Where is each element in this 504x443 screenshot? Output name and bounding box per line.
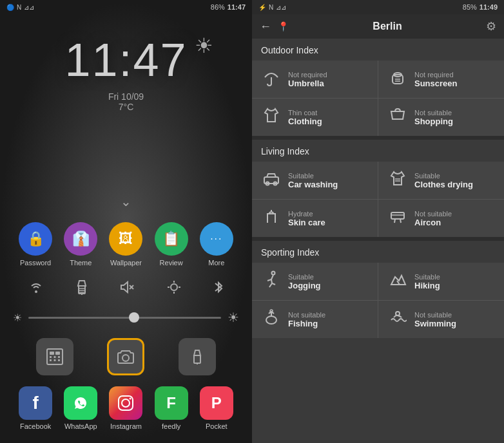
review-app-button[interactable]: 📋 Review (155, 222, 188, 267)
review-icon: 📋 (155, 222, 188, 256)
whatsapp-app-button[interactable]: WhatsApp (64, 386, 97, 430)
review-label: Review (160, 259, 183, 267)
torch-dock-icon[interactable] (179, 338, 216, 375)
brightness-slider[interactable] (28, 317, 221, 319)
brightness-row: ☀ ☀ (0, 305, 252, 330)
feedly-app-button[interactable]: F feedly (155, 386, 188, 430)
skincare-icon (261, 207, 282, 229)
sporting-section-header: Sporting Index (252, 241, 504, 263)
wifi-icon[interactable] (28, 281, 44, 296)
facebook-app-button[interactable]: f Facebook (19, 386, 52, 430)
fishing-status: Not suitable (288, 311, 325, 319)
facebook-label: Facebook (20, 422, 51, 430)
living-index-grid: Suitable Car washing Suitable Clothes dr… (252, 162, 504, 237)
more-app-button[interactable]: ··· More (200, 222, 233, 267)
brightness-low-icon: ☀ (13, 312, 22, 324)
clock-temp: 7°C (0, 102, 252, 112)
aircon-text: Not suitable Aircon (414, 210, 452, 227)
bt-icon: 🔵 (6, 4, 14, 11)
fishing-text: Not suitable Fishing (288, 311, 325, 328)
wallpaper-label: Wallpaper (110, 259, 142, 267)
clothing-status: Thin coat (288, 109, 322, 117)
outdoor-section-header: Outdoor Index (252, 39, 504, 61)
shopping-status: Not suitable (414, 109, 453, 117)
clothes-drying-status: Suitable (414, 172, 473, 180)
hiking-icon (387, 270, 408, 292)
time-left: 11:47 (228, 3, 246, 11)
status-bar-left: 🔵 N ⊿⊿ 86% 11:47 (0, 0, 252, 14)
swimming-icon (387, 308, 408, 330)
skincare-cell: Hydrate Skin care (252, 200, 378, 237)
password-app-button[interactable]: 🔒 Password (19, 222, 52, 267)
clothing-text: Thin coat Clothing (288, 109, 322, 126)
password-icon: 🔒 (19, 222, 52, 256)
app-icons-row: 🔒 Password 👔 Theme 🖼 Wallpaper 📋 Review … (0, 216, 252, 273)
theme-icon: 👔 (64, 222, 97, 256)
carwash-text: Suitable Car washing (288, 172, 338, 189)
clothes-drying-text: Suitable Clothes drying (414, 172, 473, 189)
svg-rect-15 (55, 352, 60, 355)
jogging-text: Suitable Jogging (288, 273, 321, 290)
skincare-status: Hydrate (288, 210, 325, 218)
sunscreen-icon (387, 68, 408, 90)
network-icon: N (17, 4, 21, 11)
mute-icon[interactable] (119, 279, 135, 298)
network-icon-right: N (269, 4, 273, 11)
signal-icon-right: ⊿⊿ (276, 4, 286, 11)
theme-app-button[interactable]: 👔 Theme (64, 222, 97, 267)
svg-rect-16 (50, 356, 52, 358)
fishing-icon (261, 308, 282, 330)
aircon-icon (387, 207, 408, 229)
more-label: More (208, 259, 224, 267)
wallpaper-app-button[interactable]: 🖼 Wallpaper (109, 222, 142, 267)
svg-point-22 (122, 355, 129, 361)
feedly-label: feedly (162, 422, 180, 430)
skincare-label: Skin care (288, 218, 325, 227)
chevron-area[interactable]: ⌄ (0, 187, 252, 216)
instagram-label: Instagram (110, 422, 142, 430)
aircon-cell: Not suitable Aircon (378, 200, 504, 237)
feedly-icon: F (155, 386, 188, 420)
back-button[interactable]: ← (260, 20, 271, 33)
jogging-cell: Suitable Jogging (252, 263, 378, 300)
fishing-label: Fishing (288, 319, 325, 328)
svg-rect-20 (54, 359, 56, 361)
wallpaper-icon: 🖼 (109, 222, 142, 256)
brightness-thumb[interactable] (129, 312, 139, 323)
camera-dock-icon[interactable] (107, 338, 144, 375)
outdoor-index-grid: Not required Umbrella Not required Sunsc… (252, 61, 504, 136)
carwash-cell: Suitable Car washing (252, 162, 378, 199)
brightness-icon[interactable] (166, 279, 182, 298)
clothes-drying-cell: Suitable Clothes drying (378, 162, 504, 199)
more-icon: ··· (200, 222, 233, 256)
pocket-app-button[interactable]: P Pocket (200, 386, 233, 430)
right-status-icons: ⚡ N ⊿⊿ (258, 4, 286, 11)
sunscreen-label: Sunscreen (414, 79, 457, 88)
clock-display: 11:47 (0, 33, 252, 86)
svg-rect-40 (391, 212, 404, 219)
swimming-cell: Not suitable Swimming (378, 301, 504, 338)
clock-area: ☀ 11:47 Fri 10/09 7°C (0, 14, 252, 187)
flashlight-icon[interactable] (75, 279, 88, 298)
swimming-label: Swimming (414, 319, 456, 328)
carwash-label: Car washing (288, 180, 338, 189)
umbrella-status: Not required (288, 71, 327, 79)
settings-icon[interactable]: ⚙ (486, 19, 496, 33)
sunscreen-text: Not required Sunscreen (414, 71, 457, 88)
signal-icon: ⊿⊿ (24, 4, 34, 11)
hiking-label: Hiking (414, 281, 440, 290)
clock-date: Fri 10/09 (0, 91, 252, 102)
pocket-label: Pocket (206, 422, 228, 430)
calculator-dock-icon[interactable] (36, 338, 73, 375)
svg-rect-18 (58, 356, 60, 358)
svg-rect-14 (50, 352, 54, 355)
theme-label: Theme (70, 259, 92, 267)
sun-icon: ☀ (195, 33, 213, 58)
instagram-app-button[interactable]: Instagram (109, 386, 142, 430)
bottom-dock (0, 330, 252, 383)
password-label: Password (20, 259, 51, 267)
bluetooth-icon[interactable] (213, 279, 224, 298)
shopping-icon (387, 106, 408, 128)
carwash-icon (261, 169, 282, 191)
skincare-text: Hydrate Skin care (288, 210, 325, 227)
